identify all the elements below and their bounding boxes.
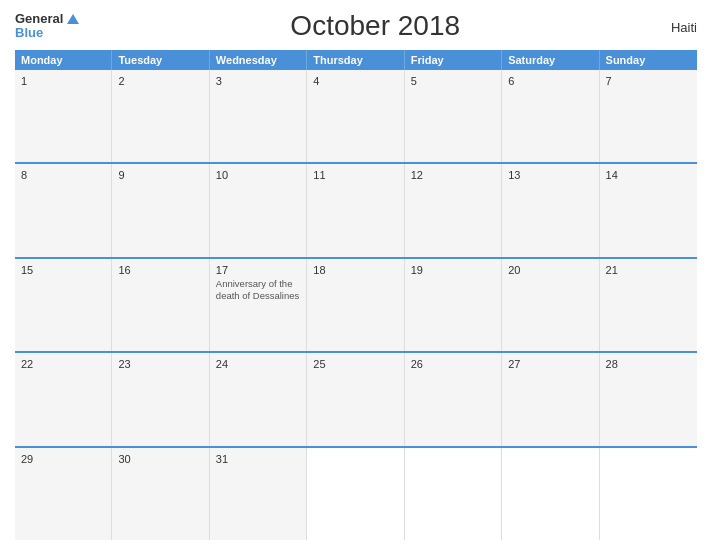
table-row: 19 — [405, 259, 502, 351]
table-row — [307, 448, 404, 540]
table-row: 5 — [405, 70, 502, 162]
calendar-week-4: 22232425262728 — [15, 353, 697, 447]
table-row: 6 — [502, 70, 599, 162]
weekday-saturday: Saturday — [502, 50, 599, 70]
day-number: 25 — [313, 358, 397, 370]
day-number: 14 — [606, 169, 691, 181]
table-row: 30 — [112, 448, 209, 540]
day-number: 10 — [216, 169, 300, 181]
table-row: 17Anniversary of the death of Dessalines — [210, 259, 307, 351]
day-number: 6 — [508, 75, 592, 87]
day-number: 15 — [21, 264, 105, 276]
day-number: 19 — [411, 264, 495, 276]
weekday-monday: Monday — [15, 50, 112, 70]
day-number: 7 — [606, 75, 691, 87]
logo: General Blue — [15, 12, 79, 41]
table-row: 12 — [405, 164, 502, 256]
day-number: 31 — [216, 453, 300, 465]
day-number: 9 — [118, 169, 202, 181]
table-row: 27 — [502, 353, 599, 445]
table-row: 11 — [307, 164, 404, 256]
weekday-thursday: Thursday — [307, 50, 404, 70]
calendar-week-3: 151617Anniversary of the death of Dessal… — [15, 259, 697, 353]
calendar: Monday Tuesday Wednesday Thursday Friday… — [15, 50, 697, 540]
table-row: 25 — [307, 353, 404, 445]
calendar-week-1: 1234567 — [15, 70, 697, 164]
day-number: 1 — [21, 75, 105, 87]
table-row: 22 — [15, 353, 112, 445]
calendar-container: General Blue October 2018 Haiti Monday T… — [0, 0, 712, 550]
table-row — [405, 448, 502, 540]
calendar-week-2: 891011121314 — [15, 164, 697, 258]
weekday-sunday: Sunday — [600, 50, 697, 70]
table-row: 9 — [112, 164, 209, 256]
table-row: 13 — [502, 164, 599, 256]
day-number: 27 — [508, 358, 592, 370]
header: General Blue October 2018 Haiti — [15, 10, 697, 42]
day-number: 16 — [118, 264, 202, 276]
day-number: 23 — [118, 358, 202, 370]
day-number: 5 — [411, 75, 495, 87]
table-row: 3 — [210, 70, 307, 162]
day-number: 28 — [606, 358, 691, 370]
table-row: 20 — [502, 259, 599, 351]
day-number: 8 — [21, 169, 105, 181]
day-number: 30 — [118, 453, 202, 465]
table-row — [600, 448, 697, 540]
day-number: 22 — [21, 358, 105, 370]
day-number: 13 — [508, 169, 592, 181]
weekday-wednesday: Wednesday — [210, 50, 307, 70]
table-row: 31 — [210, 448, 307, 540]
day-number: 17 — [216, 264, 300, 276]
table-row: 8 — [15, 164, 112, 256]
table-row: 15 — [15, 259, 112, 351]
page-title: October 2018 — [79, 10, 671, 42]
calendar-week-5: 293031 — [15, 448, 697, 540]
event-label: Anniversary of the death of Dessalines — [216, 278, 300, 303]
table-row: 1 — [15, 70, 112, 162]
table-row: 23 — [112, 353, 209, 445]
day-number: 12 — [411, 169, 495, 181]
day-number: 18 — [313, 264, 397, 276]
day-number: 21 — [606, 264, 691, 276]
day-number: 3 — [216, 75, 300, 87]
table-row: 2 — [112, 70, 209, 162]
table-row: 7 — [600, 70, 697, 162]
table-row: 29 — [15, 448, 112, 540]
table-row: 18 — [307, 259, 404, 351]
table-row: 21 — [600, 259, 697, 351]
calendar-body: 1234567891011121314151617Anniversary of … — [15, 70, 697, 540]
weekday-friday: Friday — [405, 50, 502, 70]
calendar-header: Monday Tuesday Wednesday Thursday Friday… — [15, 50, 697, 70]
day-number: 11 — [313, 169, 397, 181]
table-row: 16 — [112, 259, 209, 351]
logo-general: General — [15, 12, 63, 26]
logo-blue: Blue — [15, 26, 43, 40]
table-row — [502, 448, 599, 540]
weekday-tuesday: Tuesday — [112, 50, 209, 70]
table-row: 28 — [600, 353, 697, 445]
country-label: Haiti — [671, 10, 697, 35]
day-number: 20 — [508, 264, 592, 276]
table-row: 26 — [405, 353, 502, 445]
day-number: 29 — [21, 453, 105, 465]
table-row: 14 — [600, 164, 697, 256]
day-number: 4 — [313, 75, 397, 87]
table-row: 24 — [210, 353, 307, 445]
table-row: 4 — [307, 70, 404, 162]
table-row: 10 — [210, 164, 307, 256]
logo-triangle-icon — [67, 14, 79, 24]
day-number: 2 — [118, 75, 202, 87]
day-number: 24 — [216, 358, 300, 370]
day-number: 26 — [411, 358, 495, 370]
